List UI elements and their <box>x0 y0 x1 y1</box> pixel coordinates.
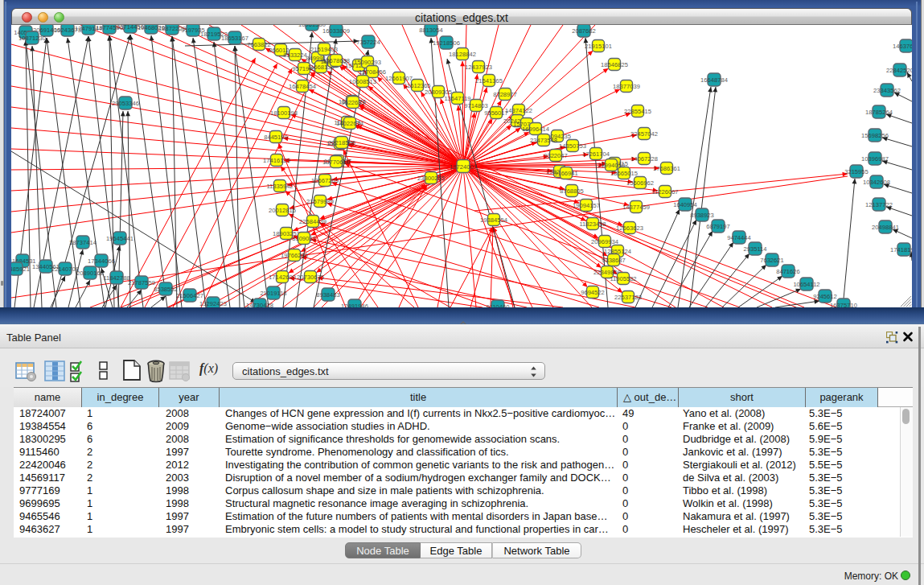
svg-text:8471626: 8471626 <box>776 268 800 275</box>
svg-text:22218596: 22218596 <box>328 139 355 146</box>
svg-text:17416129: 17416129 <box>263 157 290 164</box>
svg-text:11226067: 11226067 <box>651 188 678 196</box>
svg-text:20730675: 20730675 <box>297 274 324 281</box>
svg-text:16996414: 16996414 <box>522 126 549 133</box>
svg-text:12137722: 12137722 <box>865 201 893 208</box>
svg-text:18653167: 18653167 <box>221 35 248 42</box>
svg-text:14377459: 14377459 <box>622 204 650 211</box>
svg-text:8445199: 8445199 <box>264 134 288 141</box>
svg-text:21915101: 21915101 <box>585 43 612 50</box>
svg-text:8813054: 8813054 <box>419 27 443 34</box>
svg-text:21994050: 21994050 <box>598 162 625 169</box>
svg-text:2087682: 2087682 <box>572 27 596 35</box>
svg-text:9166941: 9166941 <box>554 170 578 177</box>
svg-text:29053346: 29053346 <box>112 100 139 107</box>
svg-text:22584439: 22584439 <box>299 218 326 225</box>
svg-text:14374122: 14374122 <box>505 107 532 114</box>
svg-text:2935114: 2935114 <box>744 245 767 253</box>
svg-text:14350753: 14350753 <box>559 142 586 150</box>
svg-text:15698256: 15698256 <box>861 132 889 139</box>
svg-text:14637601: 14637601 <box>893 43 912 50</box>
svg-text:22537183: 22537183 <box>614 294 642 301</box>
svg-text:17418194: 17418194 <box>890 246 912 253</box>
svg-text:22855415: 22855415 <box>624 108 651 115</box>
svg-text:19766280: 19766280 <box>281 252 308 259</box>
svg-text:1640954: 1640954 <box>673 201 697 208</box>
svg-text:3215955: 3215955 <box>844 168 869 175</box>
svg-text:9474444: 9474444 <box>727 234 751 241</box>
svg-text:10871230: 10871230 <box>18 35 46 42</box>
svg-text:14730428: 14730428 <box>246 302 273 307</box>
svg-text:21506427: 21506427 <box>176 292 203 299</box>
svg-text:22842520: 22842520 <box>886 67 912 74</box>
svg-text:21519403: 21519403 <box>310 46 338 53</box>
svg-text:9714803: 9714803 <box>464 102 488 109</box>
svg-text:21579989: 21579989 <box>306 198 334 205</box>
svg-text:19384554: 19384554 <box>480 216 507 224</box>
svg-text:10342608: 10342608 <box>863 179 890 186</box>
svg-text:11823498: 11823498 <box>579 220 606 228</box>
svg-text:9694522: 9694522 <box>581 289 605 296</box>
svg-text:8728977: 8728977 <box>493 91 517 98</box>
svg-text:8768805: 8768805 <box>560 187 584 195</box>
svg-text:21787559: 21787559 <box>128 279 155 286</box>
svg-text:13770619: 13770619 <box>322 159 350 166</box>
svg-text:16961380: 16961380 <box>298 25 326 28</box>
svg-text:12661907: 12661907 <box>385 75 413 82</box>
svg-text:16033809: 16033809 <box>322 27 350 35</box>
svg-text:17142600: 17142600 <box>269 274 296 281</box>
svg-text:14067228: 14067228 <box>630 155 658 163</box>
svg-text:18737414: 18737414 <box>69 239 97 246</box>
svg-text:18128842: 18128842 <box>449 51 476 58</box>
svg-text:18100198: 18100198 <box>270 109 298 117</box>
svg-text:12437923: 12437923 <box>465 64 492 71</box>
svg-text:20012815: 20012815 <box>269 207 296 214</box>
svg-text:18377039: 18377039 <box>613 83 640 90</box>
svg-text:7663822: 7663822 <box>247 41 271 48</box>
svg-text:11335942: 11335942 <box>266 183 293 190</box>
svg-text:10396987: 10396987 <box>861 155 889 163</box>
svg-text:10608513: 10608513 <box>349 78 376 85</box>
svg-text:9622631: 9622631 <box>341 99 365 106</box>
svg-text:13292423: 13292423 <box>199 300 227 307</box>
svg-text:14022674: 14022674 <box>336 120 363 127</box>
svg-text:19218506: 19218506 <box>433 39 460 47</box>
svg-text:11905582: 11905582 <box>610 275 636 282</box>
svg-text:19094157: 19094157 <box>573 202 600 209</box>
svg-text:23300265: 23300265 <box>417 175 445 182</box>
svg-text:20969934: 20969934 <box>591 238 618 245</box>
svg-text:16478454: 16478454 <box>289 83 316 90</box>
svg-text:13647119: 13647119 <box>444 95 470 102</box>
svg-text:17686361: 17686361 <box>653 165 680 172</box>
svg-text:9245612: 9245612 <box>813 293 837 300</box>
svg-text:7632621: 7632621 <box>760 257 784 264</box>
svg-text:20890162: 20890162 <box>76 270 104 277</box>
svg-text:19485921: 19485921 <box>11 266 30 273</box>
svg-text:22140708: 22140708 <box>51 266 79 273</box>
svg-text:8538552: 8538552 <box>154 286 178 293</box>
svg-text:13708456: 13708456 <box>359 68 386 76</box>
svg-text:23473548: 23473548 <box>530 137 557 144</box>
svg-text:18785264: 18785264 <box>865 109 893 116</box>
svg-text:19545441: 19545441 <box>106 235 133 242</box>
svg-text:21541365: 21541365 <box>475 77 503 84</box>
svg-text:16375710: 16375710 <box>830 302 857 307</box>
svg-text:7357224: 7357224 <box>356 39 380 46</box>
svg-text:11842788: 11842788 <box>103 274 129 282</box>
svg-text:6879197: 6879197 <box>706 223 730 230</box>
svg-text:18546825: 18546825 <box>601 61 628 68</box>
svg-text:18724007: 18724007 <box>450 163 477 171</box>
svg-text:8533224: 8533224 <box>283 51 307 59</box>
svg-text:15090293: 15090293 <box>354 59 381 66</box>
svg-text:8938923: 8938923 <box>690 212 714 219</box>
svg-text:17344066: 17344066 <box>88 257 115 265</box>
svg-text:16648784: 16648784 <box>700 76 728 84</box>
svg-text:23343562: 23343562 <box>873 87 901 94</box>
svg-text:20498841: 20498841 <box>872 224 899 231</box>
svg-text:12667265: 12667265 <box>311 177 339 184</box>
svg-text:10654112: 10654112 <box>793 281 819 288</box>
svg-text:9322047: 9322047 <box>544 152 568 159</box>
svg-text:8938483: 8938483 <box>316 291 340 299</box>
svg-text:8109031: 8109031 <box>292 235 316 242</box>
svg-text:9338687: 9338687 <box>602 257 626 264</box>
